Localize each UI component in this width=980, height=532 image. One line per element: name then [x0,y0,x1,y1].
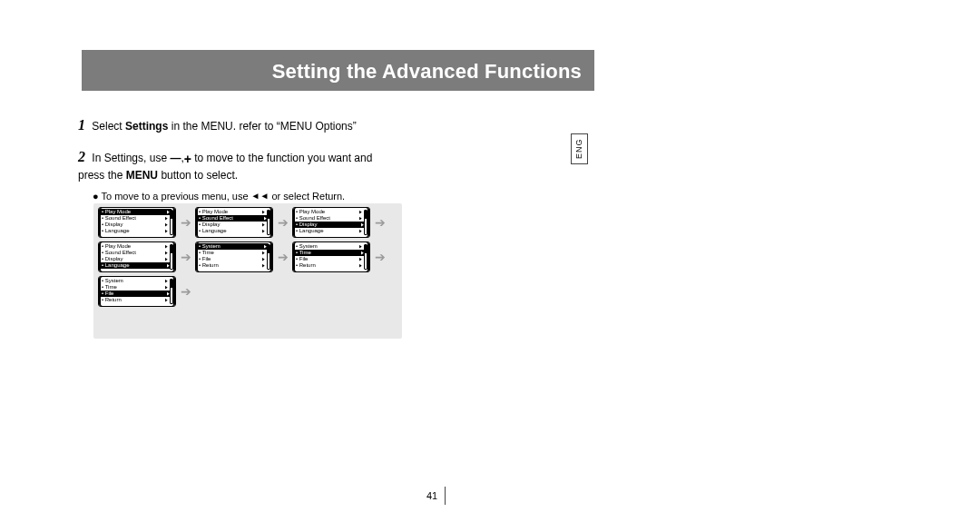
step-1: 1 Select Settings in the MENU. refer to … [78,114,559,135]
instruction-steps: 1 Select Settings in the MENU. refer to … [78,114,559,214]
step-text: In Settings, use [89,152,170,164]
step-text: press the [78,169,126,182]
figure-row: • Play Mode▶ • Sound Effect▶ • Display▶ … [98,241,397,272]
step-text: button to select. [158,169,238,182]
lcd-screen: • Play Mode▶ • Sound Effect▶ • Display▶ … [195,207,273,238]
arrow-icon: ➔ [375,218,385,228]
step-bold: MENU [126,169,158,182]
page-rule [445,487,446,505]
plus-icon: + [184,150,191,168]
arrow-icon: ➔ [181,252,191,262]
header-bar: Setting the Advanced Functions [82,50,594,91]
lcd-screen: • Play Mode▶ • Sound Effect▶ • Display▶ … [292,207,370,238]
figure-row: • Play Mode▶ • Sound Effect▶ • Display▶ … [98,207,397,238]
step-text: Select [89,120,125,133]
step-bold: Settings [125,120,168,133]
step-number: 2 [78,149,85,164]
lcd-screen: • System▶ • Time▶ • File▶ • Return▶ [98,276,176,307]
arrow-icon: ➔ [278,252,288,262]
step-text: in the MENU. refer to “MENU Options” [168,120,356,133]
step-2: 2 In Settings, use —,+ to move to the fu… [78,146,559,203]
step-text: to move to the function you want and [191,152,372,164]
arrow-icon: ➔ [181,287,191,297]
minus-icon: — [170,151,181,166]
lcd-screen: • System▶ • Time▶ • File▶ • Return▶ [195,241,273,272]
page-title: Setting the Advanced Functions [272,60,582,84]
lang-tab: ENG [571,133,588,164]
arrow-icon: ➔ [375,252,385,262]
step-note: ● To move to a previous menu, use ◄◄ or … [93,190,559,204]
figure-row: • System▶ • Time▶ • File▶ • Return▶ ➔ [98,276,397,307]
menu-screens-figure: • Play Mode▶ • Sound Effect▶ • Display▶ … [93,203,402,339]
step-number: 1 [78,117,85,133]
note-text: ● To move to a previous menu, use [93,191,251,202]
note-text: or select Return. [269,191,345,202]
arrow-icon: ➔ [278,218,288,228]
lcd-screen: • System▶ • Time▶ • File▶ • Return▶ [292,241,370,272]
lcd-screen: • Play Mode▶ • Sound Effect▶ • Display▶ … [98,207,176,238]
rewind-icon: ◄◄ [251,190,270,203]
lcd-screen: • Play Mode▶ • Sound Effect▶ • Display▶ … [98,241,176,272]
page-number: 41 [426,490,437,501]
arrow-icon: ➔ [181,218,191,228]
